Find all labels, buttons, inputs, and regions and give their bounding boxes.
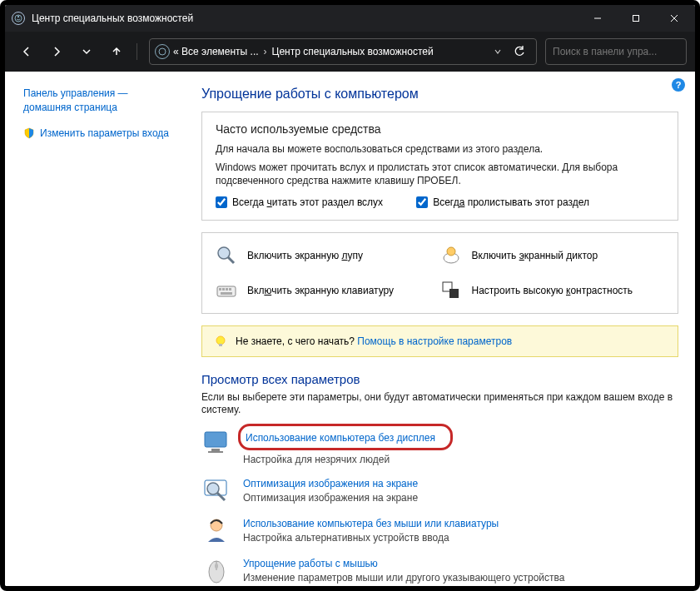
app-icon (12, 12, 25, 25)
svg-point-6 (159, 48, 166, 55)
option-sub: Оптимизация изображения на экране (243, 492, 418, 504)
hint-box: Не знаете, с чего начать? Помощь в настр… (201, 325, 678, 357)
option-link-no-display[interactable]: Использование компьютера без дисплея (246, 432, 435, 444)
window-title: Центр специальных возможностей (32, 12, 578, 24)
svg-rect-11 (217, 286, 236, 296)
option-no-mouse-keyboard: Использование компьютера без мыши или кл… (201, 515, 678, 545)
up-button[interactable] (103, 38, 130, 65)
minimize-button[interactable] (578, 5, 617, 32)
svg-point-25 (207, 483, 219, 494)
all-params-heading: Просмотр всех параметров (201, 372, 678, 386)
search-field[interactable] (553, 46, 679, 57)
svg-rect-3 (633, 16, 639, 22)
svg-rect-14 (226, 288, 228, 291)
svg-point-7 (218, 247, 230, 259)
svg-rect-12 (219, 288, 221, 291)
refresh-button[interactable] (508, 40, 531, 63)
svg-line-8 (228, 257, 234, 263)
svg-rect-21 (205, 432, 226, 447)
breadcrumb-icon (155, 44, 170, 59)
tools-subheading: Часто используемые средства (216, 122, 664, 136)
option-sub: Изменение параметров мыши или другого ук… (243, 572, 564, 584)
option-sub: Настройка для незрячих людей (243, 454, 453, 465)
lightbulb-icon (214, 335, 227, 348)
shield-icon (23, 127, 35, 139)
narrator-icon (440, 245, 462, 266)
svg-point-1 (17, 16, 19, 17)
magnifier-button[interactable]: Включить экранную лупу (216, 245, 440, 266)
contrast-icon (440, 280, 462, 301)
option-no-display: Использование компьютера без дисплея Нас… (201, 427, 678, 465)
help-icon[interactable]: ? (672, 78, 685, 92)
chevron-right-icon: › (264, 46, 267, 57)
svg-point-19 (216, 336, 225, 345)
always-read-checkbox[interactable]: Всегда читать этот раздел вслух (216, 196, 383, 208)
keyboard-button[interactable]: Включить экранную клавиатуру (216, 280, 440, 301)
tools-desc-2: Windows может прочитать вслух и пролиста… (216, 161, 664, 187)
back-button[interactable] (13, 38, 40, 65)
hint-text: Не знаете, с чего начать? (236, 335, 357, 347)
breadcrumb[interactable]: « Все элементы ... › Центр специальных в… (149, 38, 537, 65)
close-button[interactable] (655, 5, 693, 32)
forward-button[interactable] (43, 38, 70, 65)
svg-rect-30 (215, 564, 218, 569)
svg-rect-22 (211, 449, 220, 451)
page-title: Упрощение работы с компьютером (201, 87, 678, 102)
contrast-button[interactable]: Настроить высокую контрастность (440, 280, 665, 301)
navbar: « Все элементы ... › Центр специальных в… (5, 32, 695, 72)
monitor-off-icon (201, 427, 231, 457)
breadcrumb-current[interactable]: Центр специальных возможностей (272, 46, 434, 57)
highlighted-option: Использование компьютера без дисплея (238, 424, 453, 450)
svg-point-10 (447, 247, 455, 256)
recent-button[interactable] (73, 38, 100, 65)
breadcrumb-root[interactable]: « Все элементы ... (173, 46, 259, 57)
svg-rect-13 (222, 288, 225, 291)
magnifier-icon (216, 245, 237, 266)
narrator-button[interactable]: Включить экранный диктор (440, 245, 665, 266)
content: ? Упрощение работы с компьютером Часто и… (185, 72, 695, 586)
svg-rect-18 (449, 289, 459, 298)
option-link-optimize[interactable]: Оптимизация изображения на экране (243, 478, 418, 489)
sidebar-login-params-link[interactable]: Изменить параметры входа (23, 127, 176, 141)
svg-rect-16 (221, 292, 232, 295)
search-input[interactable] (545, 38, 687, 65)
always-scroll-checkbox[interactable]: Всегда пролистывать этот раздел (416, 196, 589, 208)
sidebar-home-link[interactable]: Панель управления —домашняя страница (23, 87, 176, 115)
sidebar: Панель управления —домашняя страница Изм… (5, 72, 185, 586)
svg-rect-20 (219, 344, 222, 346)
titlebar: Центр специальных возможностей (5, 5, 695, 32)
person-headset-icon (201, 515, 231, 545)
maximize-button[interactable] (617, 5, 655, 32)
option-link-no-mouse[interactable]: Использование компьютера без мыши или кл… (243, 518, 499, 529)
option-mouse-easier: Упрощение работы с мышью Изменение парам… (201, 555, 678, 585)
hint-link[interactable]: Помощь в настройке параметров (357, 335, 512, 347)
tools-desc-1: Для начала вы можете воспользоваться сре… (216, 142, 664, 156)
all-params-desc: Если вы выберете эти параметры, они буду… (201, 391, 678, 417)
svg-rect-15 (229, 288, 231, 291)
mouse-icon (201, 555, 231, 585)
option-sub: Настройка альтернативных устройств ввода (243, 532, 499, 544)
frequent-tools-box: Часто используемые средства Для начала в… (201, 112, 678, 221)
keyboard-icon (216, 280, 237, 301)
svg-rect-23 (208, 451, 223, 453)
option-link-mouse[interactable]: Упрощение работы с мышью (243, 558, 378, 569)
chevron-down-icon[interactable] (491, 47, 504, 56)
magnify-screen-icon (201, 475, 231, 505)
tools-grid: Включить экранную лупу Включить экранный… (201, 232, 678, 314)
option-optimize-display: Оптимизация изображения на экране Оптими… (201, 475, 678, 505)
